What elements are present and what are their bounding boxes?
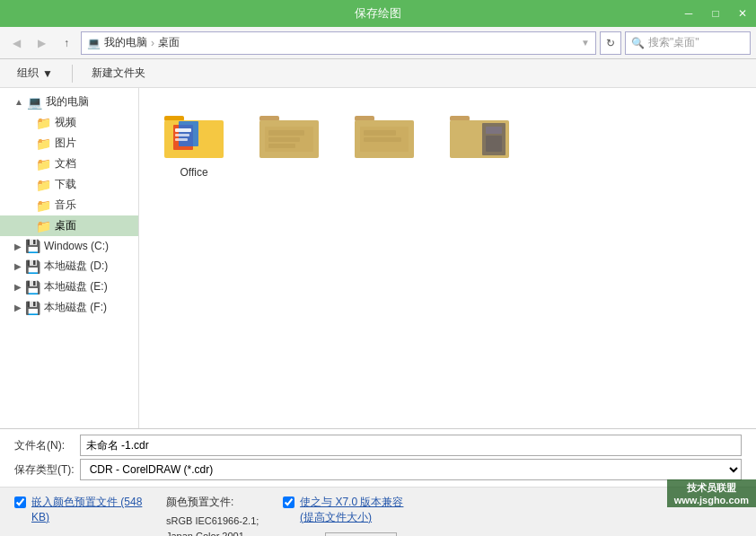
sidebar-item-local-d[interactable]: ▶ 💾 本地磁盘 (D:) bbox=[0, 256, 138, 277]
color-preset-value: sRGB IEC61966-2.1;Japan Color 2001Coated… bbox=[166, 514, 265, 536]
folder-blur-1[interactable] bbox=[249, 102, 330, 185]
chevron-icon: ▲ bbox=[14, 97, 23, 107]
sidebar-item-music[interactable]: 📁 音乐 bbox=[0, 195, 138, 215]
folder-icon: 📁 bbox=[36, 157, 51, 171]
filetype-label: 保存类型(T): bbox=[14, 459, 75, 481]
address-path[interactable]: 💻 我的电脑 › 桌面 ▼ bbox=[81, 31, 596, 55]
sidebar-item-documents[interactable]: 📁 文档 bbox=[0, 154, 138, 174]
embed-color-group: 嵌入颜色预置文件 (548 KB) bbox=[14, 495, 148, 525]
close-button[interactable]: ✕ bbox=[729, 0, 756, 27]
toolbar: 组织 ▼ 新建文件夹 bbox=[0, 59, 756, 88]
sidebar-item-downloads[interactable]: 📁 下载 bbox=[0, 174, 138, 195]
organize-dropdown-icon: ▼ bbox=[42, 67, 53, 80]
new-folder-button[interactable]: 新建文件夹 bbox=[84, 63, 154, 84]
sidebar-label: 本地磁盘 (F:) bbox=[44, 300, 107, 315]
sidebar-item-local-e[interactable]: ▶ 💾 本地磁盘 (E:) bbox=[0, 277, 138, 297]
watermark-line1: 技术员联盟 bbox=[674, 481, 749, 495]
color-preset-group: 颜色预置文件: sRGB IEC61966-2.1;Japan Color 20… bbox=[166, 495, 265, 536]
compat-group: 使之与 X7.0 版本兼容 (提高文件大小) 版本(S): 17.0 版 bbox=[283, 495, 417, 536]
path-separator: › bbox=[151, 37, 154, 49]
back-button[interactable]: ◀ bbox=[5, 32, 27, 54]
toolbar-divider bbox=[72, 65, 73, 83]
title-controls: ─ □ ✕ bbox=[675, 0, 756, 27]
sidebar-label: 桌面 bbox=[55, 218, 76, 233]
sidebar-label: 文档 bbox=[55, 156, 76, 171]
maximize-button[interactable]: □ bbox=[702, 0, 729, 27]
folder-office[interactable]: Office bbox=[154, 102, 234, 185]
folder-blur-2[interactable] bbox=[344, 102, 425, 185]
sidebar-item-video[interactable]: 📁 视频 bbox=[0, 112, 138, 133]
main-content: ▲ 💻 我的电脑 📁 视频 📁 图片 📁 文档 📁 bbox=[0, 88, 756, 428]
watermark: 技术员联盟 www.jsgho.com bbox=[667, 479, 756, 507]
filename-input[interactable] bbox=[80, 435, 742, 456]
sidebar-item-my-computer[interactable]: ▲ 💻 我的电脑 bbox=[0, 92, 138, 112]
folder-blur-2-icon bbox=[353, 109, 416, 163]
title-text: 保存绘图 bbox=[355, 5, 401, 22]
color-preset-label: 颜色预置文件: bbox=[166, 495, 233, 510]
folder-icon: 📁 bbox=[36, 178, 51, 192]
refresh-button[interactable]: ↻ bbox=[600, 31, 621, 55]
options-area: 嵌入颜色预置文件 (548 KB) 颜色预置文件: sRGB IEC61966-… bbox=[0, 488, 756, 536]
color-preset-label-row: 颜色预置文件: bbox=[166, 495, 265, 510]
path-part-desktop: 桌面 bbox=[158, 35, 180, 50]
watermark-line2: www.jsgho.com bbox=[674, 495, 749, 505]
sidebar-label: 我的电脑 bbox=[46, 94, 89, 110]
filetype-select[interactable]: CDR - CorelDRAW (*.cdr) bbox=[80, 459, 742, 480]
embed-color-label[interactable]: 嵌入颜色预置文件 (548 KB) bbox=[31, 495, 148, 525]
folder-blur-3[interactable] bbox=[439, 102, 520, 185]
svg-rect-19 bbox=[355, 120, 414, 158]
svg-rect-6 bbox=[175, 138, 188, 141]
file-area: Office bbox=[139, 88, 756, 428]
svg-rect-5 bbox=[175, 134, 189, 136]
address-bar: ◀ ▶ ↑ 💻 我的电脑 › 桌面 ▼ ↻ 🔍 搜索"桌面" bbox=[0, 27, 756, 59]
folder-icon: 📁 bbox=[36, 136, 51, 151]
svg-rect-13 bbox=[259, 120, 319, 158]
version-select[interactable]: 17.0 版 bbox=[325, 532, 397, 536]
folder-blur-3-icon bbox=[448, 109, 511, 163]
organize-button[interactable]: 组织 ▼ bbox=[9, 63, 61, 84]
search-placeholder: 搜索"桌面" bbox=[648, 35, 699, 50]
path-dropdown-icon: ▼ bbox=[581, 38, 590, 48]
path-part-computer: 我的电脑 bbox=[104, 35, 147, 50]
new-folder-label: 新建文件夹 bbox=[92, 66, 145, 81]
chevron-icon: ▶ bbox=[14, 303, 22, 312]
drive-icon: 💾 bbox=[25, 280, 40, 294]
sidebar-item-local-f[interactable]: ▶ 💾 本地磁盘 (F:) bbox=[0, 297, 138, 318]
filename-label: 文件名(N): bbox=[14, 435, 75, 457]
drive-icon: 💾 bbox=[25, 301, 40, 315]
svg-rect-4 bbox=[175, 128, 191, 132]
sidebar-label: 图片 bbox=[55, 136, 76, 151]
computer-icon: 💻 bbox=[27, 95, 42, 110]
sidebar-label: Windows (C:) bbox=[44, 240, 109, 252]
sidebar-label: 视频 bbox=[55, 115, 76, 130]
minimize-button[interactable]: ─ bbox=[675, 0, 702, 27]
drive-icon: 💾 bbox=[25, 259, 40, 274]
sidebar-label: 本地磁盘 (D:) bbox=[44, 259, 108, 274]
folder-office-icon bbox=[163, 109, 225, 163]
chevron-icon: ▶ bbox=[14, 282, 22, 292]
sidebar-item-pictures[interactable]: 📁 图片 bbox=[0, 133, 138, 154]
folder-icon: 📁 bbox=[36, 219, 51, 233]
chevron-icon: ▶ bbox=[14, 261, 22, 271]
folder-icon: 📁 bbox=[36, 198, 51, 213]
organize-label: 组织 bbox=[17, 66, 39, 81]
sidebar: ▲ 💻 我的电脑 📁 视频 📁 图片 📁 文档 📁 bbox=[0, 88, 139, 428]
embed-color-row: 嵌入颜色预置文件 (548 KB) bbox=[14, 495, 148, 525]
search-box[interactable]: 🔍 搜索"桌面" bbox=[625, 31, 751, 55]
sidebar-item-desktop[interactable]: 📁 桌面 bbox=[0, 215, 138, 236]
compat-row: 使之与 X7.0 版本兼容 (提高文件大小) bbox=[283, 495, 417, 525]
search-icon: 🔍 bbox=[631, 37, 645, 49]
bottom-area: 文件名(N): 保存类型(T): CDR - CorelDRAW (*.cdr)… bbox=[0, 428, 756, 536]
compat-checkbox[interactable] bbox=[283, 496, 294, 508]
folder-icon: 📁 bbox=[36, 116, 51, 130]
folder-blur-1-icon bbox=[258, 109, 321, 163]
up-button[interactable]: ↑ bbox=[56, 32, 77, 54]
title-bar: 保存绘图 ─ □ ✕ bbox=[0, 0, 756, 27]
embed-color-checkbox[interactable] bbox=[14, 496, 26, 508]
sidebar-label: 本地磁盘 (E:) bbox=[44, 279, 108, 294]
sidebar-item-windows-c[interactable]: ▶ 💾 Windows (C:) bbox=[0, 236, 138, 256]
compat-label[interactable]: 使之与 X7.0 版本兼容 (提高文件大小) bbox=[300, 495, 417, 525]
sidebar-label: 音乐 bbox=[55, 198, 76, 213]
chevron-icon: ▶ bbox=[14, 242, 22, 251]
forward-button[interactable]: ▶ bbox=[31, 32, 52, 54]
